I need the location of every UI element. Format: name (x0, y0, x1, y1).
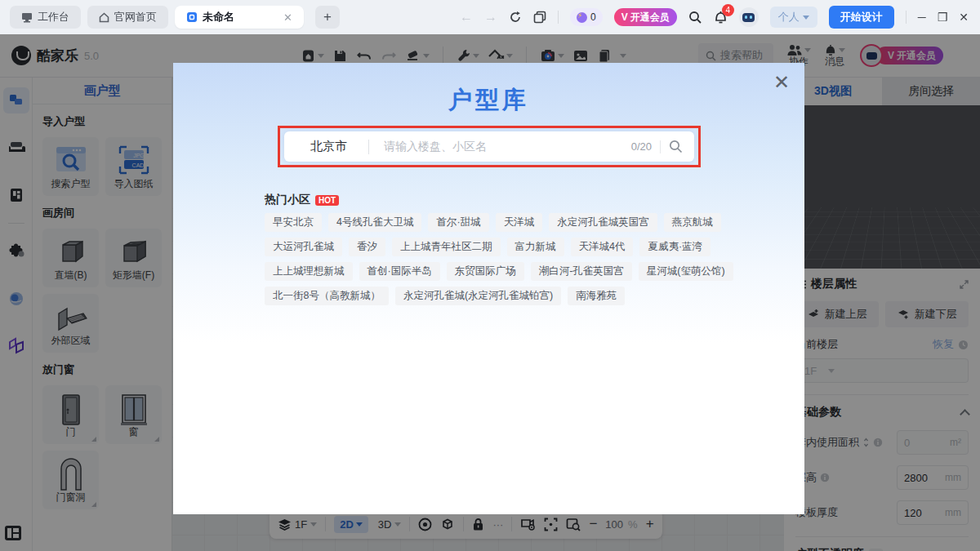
community-tag[interactable]: 早安北京 (265, 213, 322, 232)
chevron-down-icon (803, 16, 809, 20)
tab-label: 工作台 (38, 10, 69, 24)
search-icon[interactable] (688, 11, 702, 24)
char-counter: 0/20 (631, 140, 652, 153)
assistant-avatar[interactable] (739, 7, 759, 27)
vip-upgrade-button[interactable]: V开通会员 (614, 8, 677, 26)
notification-badge: 4 (722, 4, 734, 16)
community-tag[interactable]: 上上城理想新城 (265, 262, 353, 281)
titlebar: 工作台 官网首页 未命名 ✕ + ← → 0 V开通会员 4 (0, 0, 980, 34)
community-tag[interactable]: 北一街8号（高教新城） (265, 287, 389, 305)
divider (558, 11, 559, 24)
community-tag[interactable]: 南海雅苑 (568, 287, 625, 305)
community-search-bar[interactable]: 北京市 请输入楼盘、小区名 0/20 (284, 131, 694, 162)
account-menu[interactable]: 个人 (770, 7, 817, 28)
duplicate-icon[interactable] (533, 11, 546, 24)
hot-badge: HOT (315, 195, 339, 206)
app-window: 工作台 官网首页 未命名 ✕ + ← → 0 V开通会员 4 (0, 0, 980, 551)
monitor-icon (21, 12, 33, 23)
community-tag[interactable]: 永定河孔雀城英国宫 (549, 213, 657, 232)
search-icon[interactable] (669, 140, 683, 153)
home-icon (99, 12, 109, 23)
robot-icon (742, 13, 755, 22)
tab-label: 未命名 (203, 10, 234, 24)
start-design-button[interactable]: 开始设计 (829, 6, 894, 29)
community-tag[interactable]: 星河城(玺萌公馆) (639, 262, 733, 281)
community-tag[interactable]: 东贸国际广场 (447, 262, 524, 281)
modal-title: 户型库 (173, 84, 804, 117)
community-tag[interactable]: 首尔·甜城 (428, 213, 488, 232)
community-tag[interactable]: 天洋城4代 (571, 238, 634, 256)
community-tag[interactable]: 富力新城 (507, 238, 564, 256)
community-tag[interactable]: 天洋城 (496, 213, 543, 232)
vip-label: 开通会员 (630, 11, 670, 24)
tab-close-icon[interactable]: ✕ (283, 11, 292, 24)
hot-communities-label: 热门小区 (265, 193, 310, 207)
account-label: 个人 (778, 10, 800, 24)
community-tag[interactable]: 永定河孔雀城(永定河孔雀城铂宫) (395, 287, 561, 305)
modal-close-icon[interactable]: ✕ (773, 73, 790, 92)
new-tab-button[interactable]: + (315, 6, 340, 29)
minimize-icon[interactable]: ─ (918, 11, 926, 24)
vip-v-icon: V (621, 11, 628, 23)
titlebar-right: ← → 0 V开通会员 4 个人 开始设计 ─ ❒ ✕ (460, 6, 980, 29)
community-tag[interactable]: 香汐 (349, 238, 385, 256)
divider (660, 140, 661, 153)
community-tag[interactable]: 4号线孔雀大卫城 (328, 213, 421, 232)
new-tab-label: + (323, 9, 332, 25)
coin-icon (577, 12, 587, 23)
community-tag[interactable]: 潮白河-孔雀英国宫 (531, 262, 632, 281)
close-icon[interactable]: ✕ (959, 11, 969, 24)
tab-label: 官网首页 (114, 10, 157, 24)
notifications-button[interactable]: 4 (714, 10, 728, 24)
community-tag[interactable]: 大运河孔雀城 (265, 238, 342, 256)
tab-homepage[interactable]: 官网首页 (87, 6, 168, 29)
tab-workspace[interactable]: 工作台 (10, 6, 81, 29)
back-icon[interactable]: ← (460, 10, 473, 24)
refresh-icon[interactable] (509, 11, 522, 24)
forward-icon[interactable]: → (484, 10, 497, 24)
community-tag[interactable]: 首创·国际半岛 (359, 262, 440, 281)
floorplan-library-modal: ✕ 户型库 北京市 请输入楼盘、小区名 0/20 热门小区 HOT 早安北京4号… (173, 63, 804, 514)
coin-balance[interactable]: 0 (570, 8, 603, 26)
search-placeholder: 请输入楼盘、小区名 (369, 140, 487, 154)
maximize-icon[interactable]: ❒ (938, 11, 948, 24)
tab-untitled[interactable]: 未命名 ✕ (175, 6, 304, 29)
tab-strip: 工作台 官网首页 未命名 ✕ + (0, 6, 340, 29)
community-tag[interactable]: 燕京航城 (664, 213, 721, 232)
coin-count: 0 (590, 11, 596, 23)
hot-tags: 早安北京4号线孔雀大卫城首尔·甜城天洋城永定河孔雀城英国宫燕京航城大运河孔雀城香… (265, 213, 733, 305)
community-tag[interactable]: 夏威夷·蓝湾 (639, 238, 710, 256)
divider (906, 11, 906, 24)
community-tag[interactable]: 上上城青年社区二期 (392, 238, 501, 256)
app-area: 酷家乐 5.0 搜索帮助 (0, 34, 980, 551)
app-doc-icon (186, 11, 198, 23)
city-selector[interactable]: 北京市 (284, 139, 368, 154)
